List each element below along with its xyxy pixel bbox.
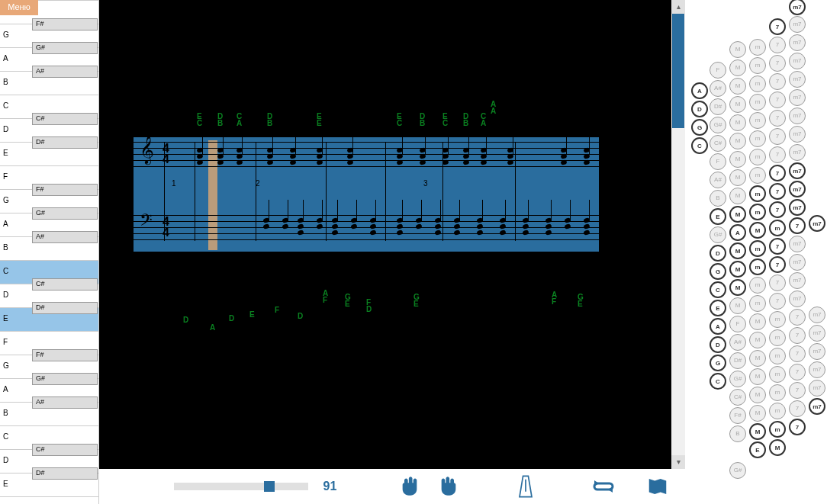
accordion-button[interactable]: 7	[769, 146, 786, 163]
piano-black-key[interactable]: F#	[32, 184, 98, 196]
accordion-button[interactable]: m	[749, 75, 766, 92]
accordion-button[interactable]: M	[729, 96, 746, 113]
accordion-button[interactable]: m	[749, 94, 766, 111]
accordion-button[interactable]: m7	[809, 343, 825, 360]
accordion-button[interactable]: M	[729, 59, 746, 76]
accordion-button[interactable]: M	[729, 114, 746, 131]
accordion-button[interactable]: m7	[789, 162, 806, 179]
accordion-button[interactable]: D	[710, 336, 726, 353]
accordion-button[interactable]: m7	[789, 199, 806, 216]
accordion-button[interactable]: F	[710, 153, 726, 170]
accordion-button[interactable]: m	[749, 39, 766, 56]
accordion-button[interactable]: 7	[769, 256, 786, 273]
accordion-button[interactable]: 7	[789, 217, 806, 234]
tempo-slider[interactable]	[174, 483, 307, 490]
accordion-button[interactable]: m7	[789, 71, 806, 88]
accordion-button[interactable]: m	[769, 421, 786, 438]
accordion-button[interactable]: M	[729, 133, 746, 149]
vertical-scrollbar[interactable]: ▴ ▾	[671, 0, 685, 469]
accordion-button[interactable]: m7	[789, 53, 806, 69]
accordion-button[interactable]: 7	[769, 73, 786, 90]
accordion-button[interactable]: m	[749, 149, 766, 165]
accordion-button[interactable]: m	[749, 240, 766, 257]
accordion-button[interactable]: m7	[809, 215, 825, 232]
accordion-button[interactable]: D#	[710, 98, 726, 115]
piano-black-key[interactable]: D#	[32, 302, 98, 314]
piano-black-key[interactable]: A#	[32, 396, 98, 409]
accordion-button[interactable]: B	[729, 425, 746, 442]
accordion-button[interactable]: F#	[729, 407, 746, 424]
accordion-button[interactable]: m	[749, 57, 766, 74]
accordion-button[interactable]: m7	[789, 0, 806, 15]
scroll-up-button[interactable]: ▴	[671, 0, 685, 14]
accordion-button[interactable]: m	[769, 366, 786, 383]
accordion-button[interactable]: 7	[769, 110, 786, 127]
accordion-button[interactable]: D	[710, 245, 726, 262]
accordion-button[interactable]: m	[769, 384, 786, 401]
accordion-button[interactable]: M	[729, 151, 746, 168]
accordion-button[interactable]: D#	[729, 352, 746, 369]
accordion-button[interactable]: C	[691, 137, 708, 154]
accordion-button[interactable]: m7	[789, 236, 806, 252]
accordion-button[interactable]: M	[729, 297, 746, 314]
piano-black-key[interactable]: C#	[32, 113, 98, 125]
accordion-button[interactable]: m7	[789, 272, 806, 289]
accordion-button[interactable]: M	[769, 439, 786, 456]
accordion-button[interactable]: G#	[710, 226, 726, 243]
accordion-button[interactable]: M	[729, 169, 746, 186]
piano-black-key[interactable]: G#	[32, 42, 98, 54]
accordion-button[interactable]: M	[729, 206, 746, 223]
accordion-button[interactable]: m	[769, 348, 786, 364]
accordion-button[interactable]: m7	[809, 325, 825, 342]
accordion-button[interactable]: m7	[789, 144, 806, 161]
accordion-button[interactable]: A#	[710, 172, 726, 188]
piano-black-key[interactable]: F#	[32, 349, 98, 361]
accordion-button[interactable]: 7	[789, 327, 806, 344]
accordion-button[interactable]: A	[710, 318, 726, 335]
accordion-button[interactable]: 7	[769, 274, 786, 291]
accordion-button[interactable]: G#	[710, 117, 726, 133]
piano-black-key[interactable]: C#	[32, 278, 98, 291]
accordion-button[interactable]: G#	[729, 371, 746, 387]
accordion-button[interactable]: A#	[710, 80, 726, 97]
piano-black-key[interactable]: C#	[32, 444, 98, 456]
accordion-button[interactable]: m7	[789, 89, 806, 106]
accordion-button[interactable]: m	[769, 220, 786, 236]
accordion-button[interactable]: C#	[710, 135, 726, 152]
accordion-button[interactable]: A	[729, 224, 746, 241]
accordion-button[interactable]: 7	[769, 183, 786, 200]
accordion-button[interactable]: 7	[789, 400, 806, 417]
accordion-button[interactable]: m7	[789, 181, 806, 197]
accordion-button[interactable]: m7	[789, 254, 806, 271]
accordion-button[interactable]: 7	[769, 37, 786, 53]
piano-black-key[interactable]: F#	[32, 18, 98, 30]
accordion-button[interactable]: M	[749, 368, 766, 385]
accordion-button[interactable]: M	[729, 188, 746, 204]
accordion-button[interactable]: m	[749, 185, 766, 202]
accordion-button[interactable]: A#	[729, 334, 746, 351]
accordion-button[interactable]: m7	[809, 361, 825, 378]
accordion-button[interactable]: E	[749, 441, 766, 458]
accordion-button[interactable]: E	[710, 208, 726, 225]
accordion-button[interactable]: M	[749, 405, 766, 422]
accordion-button[interactable]: 7	[789, 419, 806, 435]
accordion-button[interactable]: G#	[729, 462, 746, 479]
accordion-button[interactable]: 7	[769, 18, 786, 35]
accordion-button[interactable]: M	[729, 78, 746, 95]
accordion-button[interactable]: A	[691, 82, 708, 99]
scrollbar-thumb[interactable]	[672, 14, 684, 128]
accordion-button[interactable]: m	[749, 204, 766, 220]
accordion-button[interactable]: G	[710, 263, 726, 280]
accordion-button[interactable]: M	[749, 332, 766, 348]
accordion-button[interactable]: F	[710, 62, 726, 79]
accordion-button[interactable]: C#	[729, 389, 746, 406]
accordion-button[interactable]: m	[769, 403, 786, 419]
accordion-button[interactable]: m7	[789, 16, 806, 33]
right-hand-button[interactable]	[437, 474, 461, 499]
accordion-button[interactable]: 7	[769, 293, 786, 310]
accordion-button[interactable]: B	[710, 190, 726, 207]
accordion-button[interactable]: 7	[789, 364, 806, 380]
piano-black-key[interactable]: A#	[32, 66, 98, 78]
accordion-button[interactable]: m	[769, 311, 786, 328]
accordion-button[interactable]: 7	[769, 201, 786, 218]
